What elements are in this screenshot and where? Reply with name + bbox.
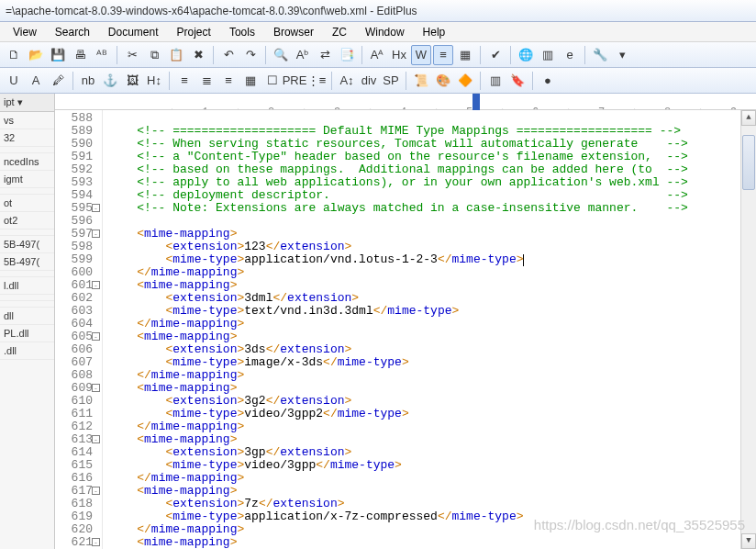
preview-icon[interactable]: ▥ xyxy=(538,45,558,65)
fold-toggle-icon[interactable]: - xyxy=(92,281,100,289)
directory-item[interactable] xyxy=(0,230,54,236)
editor-area[interactable]: ----+----1----+----2----+----3----+----4… xyxy=(55,94,756,549)
code-line[interactable]: <mime-type>video/3gpp2</mime-type> xyxy=(108,408,740,420)
directory-item[interactable]: dll xyxy=(0,308,54,325)
menu-document[interactable]: Document xyxy=(99,22,168,42)
find-next-icon[interactable]: Aᵇ xyxy=(293,45,313,65)
code-line[interactable]: <!-- apply to all web applications), or … xyxy=(108,176,740,189)
nbsp-icon[interactable]: nb xyxy=(78,71,98,91)
code-line[interactable]: <mime-mapping> xyxy=(108,382,740,395)
word-wrap-icon[interactable]: W xyxy=(411,45,431,65)
code-line[interactable]: <!-- Note: Extensions are always matched… xyxy=(108,202,740,215)
menu-browser[interactable]: Browser xyxy=(264,22,323,42)
directory-item[interactable]: ncedIns xyxy=(0,153,54,171)
form-icon[interactable]: ☐ xyxy=(262,71,283,91)
code-line[interactable]: <extension>3g2</extension> xyxy=(108,395,740,408)
code-line[interactable]: </mime-mapping> xyxy=(108,369,740,382)
vertical-scrollbar[interactable]: ▲ ▼ xyxy=(740,110,756,549)
ie-icon[interactable]: e xyxy=(560,45,580,65)
list-icon[interactable]: ⋮≡ xyxy=(306,71,327,91)
code-line[interactable]: <!-- based on these mappings. Additional… xyxy=(108,163,740,176)
code-line[interactable]: <mime-type>text/vnd.in3d.3dml</mime-type… xyxy=(108,305,740,318)
hex-icon[interactable]: Hx xyxy=(389,45,409,65)
code-line[interactable]: <mime-mapping> xyxy=(108,485,740,498)
menu-search[interactable]: Search xyxy=(46,22,99,42)
paste-icon[interactable]: 📋 xyxy=(166,45,186,65)
directory-item[interactable]: 5B-497( xyxy=(0,253,54,271)
char-icon[interactable]: A↕ xyxy=(337,71,357,91)
code-line[interactable]: <mime-mapping> xyxy=(108,536,740,549)
div-icon[interactable]: div xyxy=(359,71,379,91)
menu-tools[interactable]: Tools xyxy=(220,22,264,42)
code-line[interactable]: <extension>123</extension> xyxy=(108,241,740,253)
code-line[interactable]: <mime-type>application/vnd.lotus-1-2-3</… xyxy=(108,253,740,266)
menu-help[interactable]: Help xyxy=(414,22,455,42)
code-line[interactable]: <!-- When serving static resources, Tomc… xyxy=(108,138,740,151)
code-text[interactable]: <!-- ==================== Default MIME T… xyxy=(103,110,740,549)
fold-toggle-icon[interactable]: - xyxy=(92,487,100,495)
new-file-icon[interactable]: 🗋 xyxy=(4,45,24,65)
align-right-icon[interactable]: ≡ xyxy=(218,71,239,91)
menu-view[interactable]: View xyxy=(4,22,46,42)
code-line[interactable]: </mime-mapping> xyxy=(108,266,740,279)
css-icon[interactable]: 🎨 xyxy=(433,71,453,91)
undo-icon[interactable]: ↶ xyxy=(218,45,239,65)
copy-icon[interactable]: ⧉ xyxy=(144,45,164,65)
align-center-icon[interactable]: ≣ xyxy=(196,71,217,91)
code-line[interactable]: </mime-mapping> xyxy=(108,472,740,485)
menu-zc[interactable]: ZC xyxy=(323,22,356,42)
browser-icon[interactable]: 🌐 xyxy=(516,45,536,65)
code-line[interactable]: <extension>3gp</extension> xyxy=(108,446,740,459)
dropdown-icon[interactable]: ▾ xyxy=(612,45,632,65)
table-icon[interactable]: ▦ xyxy=(240,71,261,91)
code-line[interactable]: <mime-mapping> xyxy=(108,279,740,292)
spell-icon[interactable]: ᴬᴮ xyxy=(92,45,112,65)
code-line[interactable] xyxy=(108,112,740,125)
align-left-icon[interactable]: ≡ xyxy=(174,71,195,91)
scroll-track[interactable] xyxy=(741,126,756,533)
fold-toggle-icon[interactable]: - xyxy=(92,230,100,238)
pre-icon[interactable]: PRE xyxy=(284,71,305,91)
image-icon[interactable]: 🖼 xyxy=(122,71,142,91)
directory-item[interactable]: PL.dll xyxy=(0,325,54,342)
scroll-up-icon[interactable]: ▲ xyxy=(741,110,756,126)
directory-item[interactable]: vs xyxy=(0,112,54,129)
code-line[interactable]: <mime-mapping> xyxy=(108,433,740,446)
open-icon[interactable]: 📂 xyxy=(26,45,46,65)
directory-item[interactable]: 32 xyxy=(0,129,54,147)
span-icon[interactable]: SP xyxy=(381,71,401,91)
fold-toggle-icon[interactable]: - xyxy=(92,384,100,392)
scroll-down-icon[interactable]: ▼ xyxy=(741,533,756,549)
save-icon[interactable]: 💾 xyxy=(48,45,68,65)
spell-check-icon[interactable]: ✔ xyxy=(485,45,506,65)
highlight-icon[interactable]: 🖉 xyxy=(48,71,68,91)
directory-item[interactable] xyxy=(0,271,54,277)
menu-window[interactable]: Window xyxy=(356,22,414,42)
column-marker-icon[interactable]: ▦ xyxy=(455,45,475,65)
directory-item[interactable]: ot xyxy=(0,195,54,212)
directory-item[interactable]: igmt xyxy=(0,171,54,188)
underline-icon[interactable]: U xyxy=(4,71,24,91)
record-icon[interactable]: ● xyxy=(538,71,558,91)
menu-project[interactable]: Project xyxy=(168,22,220,42)
code-line[interactable]: </mime-mapping> xyxy=(108,523,740,536)
scroll-thumb[interactable] xyxy=(742,135,755,190)
anchor-icon[interactable]: ⚓ xyxy=(100,71,120,91)
code-line[interactable]: <mime-mapping> xyxy=(108,331,740,343)
heading-icon[interactable]: H↕ xyxy=(144,71,164,91)
column-select-icon[interactable]: ▥ xyxy=(485,71,506,91)
directory-item[interactable] xyxy=(0,188,54,195)
code-line[interactable]: <mime-mapping> xyxy=(108,228,740,241)
script-icon[interactable]: 📜 xyxy=(411,71,431,91)
code-line[interactable]: <extension>3ds</extension> xyxy=(108,343,740,356)
font-color-icon[interactable]: A xyxy=(26,71,46,91)
find-icon[interactable]: 🔍 xyxy=(271,45,291,65)
directory-item[interactable] xyxy=(0,295,54,301)
font-size-icon[interactable]: Aᴬ xyxy=(367,45,387,65)
fold-toggle-icon[interactable]: - xyxy=(92,435,100,443)
directory-item[interactable] xyxy=(0,147,54,153)
code-line[interactable]: <!-- ==================== Default MIME T… xyxy=(108,125,740,138)
code-line[interactable]: <extension>7z</extension> xyxy=(108,498,740,510)
bookmark-icon[interactable]: 🔖 xyxy=(507,71,528,91)
cut-icon[interactable]: ✂ xyxy=(122,45,142,65)
